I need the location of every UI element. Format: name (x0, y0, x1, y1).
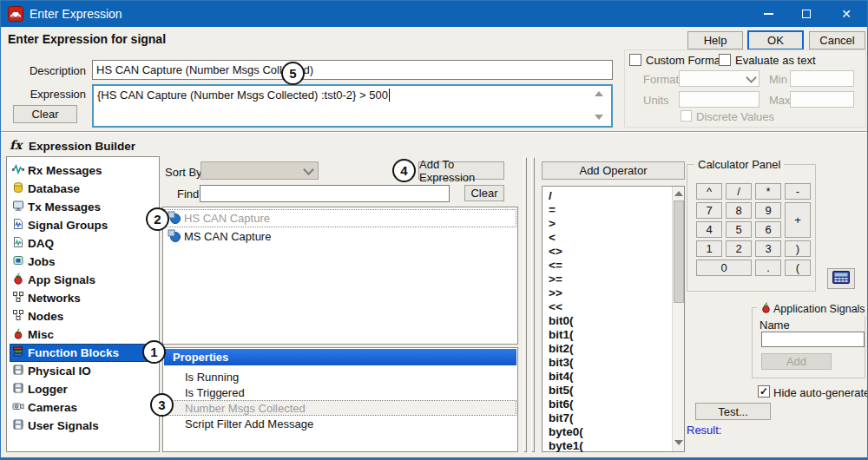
sidebar-item-physical-io[interactable]: Physical IO (10, 362, 94, 380)
operator-item[interactable]: << (549, 300, 562, 313)
calc-key[interactable]: + (785, 202, 811, 238)
sidebar-item-jobs[interactable]: Jobs (10, 253, 58, 271)
list-item-ms-can-capture[interactable]: MS CAN Capture (164, 227, 516, 246)
calc-key[interactable]: * (755, 183, 781, 200)
operator-item[interactable]: bit1( (549, 328, 574, 341)
sidebar-item-daq[interactable]: DAQ (10, 234, 56, 253)
property-row-number-msgs-collected[interactable]: Number Msgs Collected (164, 400, 516, 416)
sidebar-item-networks[interactable]: Networks (10, 289, 83, 307)
hide-auto-generated-checkbox[interactable]: ✓ (758, 385, 770, 398)
operator-item[interactable]: bit0( (549, 314, 574, 327)
operator-item[interactable]: bit6( (549, 398, 574, 411)
calc-key[interactable]: 2 (726, 240, 752, 257)
evaluate-as-text-label: Evaluate as text (735, 54, 816, 67)
ok-button[interactable]: OK (747, 30, 804, 50)
calculator-button[interactable] (827, 268, 855, 289)
close-button[interactable]: ✕ (825, 1, 867, 27)
test-button[interactable]: Test... (695, 403, 771, 420)
calc-key[interactable]: - (785, 183, 811, 200)
checkmark-icon: ✓ (760, 386, 768, 397)
name-label: Name (760, 319, 790, 332)
category-list: Rx Messages Database Tx Messages Signal … (6, 156, 160, 452)
calc-key[interactable]: 5 (726, 221, 752, 238)
sidebar-item-database[interactable]: Database (10, 180, 82, 198)
calc-key[interactable]: 9 (755, 202, 781, 219)
sidebar-item-cameras[interactable]: Cameras (10, 398, 80, 417)
signal-groups-icon (12, 218, 24, 233)
clear-expression-button[interactable]: Clear (13, 105, 77, 123)
expression-scroll-down-icon[interactable] (595, 115, 603, 120)
find-clear-button[interactable]: Clear (464, 185, 504, 201)
list-item-hs-can-capture[interactable]: HS CAN Capture (164, 209, 516, 227)
calc-key[interactable]: 6 (755, 221, 781, 238)
add-to-expression-button[interactable]: Add To Expression (418, 161, 504, 180)
calc-key[interactable]: 3 (755, 240, 781, 257)
result-label: Result: (687, 424, 721, 437)
operator-item[interactable]: <= (549, 259, 562, 272)
operator-item[interactable]: bit2( (549, 342, 574, 355)
calc-key[interactable]: ( (785, 260, 811, 276)
scroll-down-icon[interactable] (674, 440, 683, 445)
operator-scrollbar[interactable] (672, 187, 684, 451)
name-input[interactable] (761, 332, 865, 347)
calc-key[interactable]: 7 (696, 202, 722, 219)
calc-key[interactable]: / (726, 183, 752, 200)
operator-item[interactable]: <> (549, 245, 562, 258)
operator-item[interactable]: bit3( (549, 356, 574, 369)
description-field[interactable]: HS CAN Capture (Number Msgs Collected) (92, 60, 613, 80)
scrollbar-thumb[interactable] (674, 200, 684, 303)
operator-item[interactable]: = (549, 203, 556, 216)
calc-key[interactable]: 1 (696, 240, 722, 257)
max-field[interactable] (790, 91, 854, 108)
sidebar-item-misc[interactable]: Misc (10, 325, 56, 344)
calc-key[interactable]: ^ (696, 183, 722, 200)
operator-item[interactable]: bit7( (549, 411, 574, 424)
calc-key[interactable]: ) (785, 240, 811, 257)
operator-item[interactable]: bit4( (549, 370, 574, 383)
operator-item[interactable]: >= (549, 273, 562, 286)
scroll-up-icon[interactable] (674, 191, 683, 196)
help-button[interactable]: Help (687, 31, 743, 49)
sidebar-item-function-blocks[interactable]: Function Blocks (10, 344, 151, 362)
operator-item[interactable]: >> (549, 286, 562, 299)
maximize-button[interactable] (787, 1, 825, 27)
calc-key[interactable]: . (755, 260, 781, 276)
sidebar-item-signal-groups[interactable]: Signal Groups (10, 216, 110, 234)
window-title: Enter Expression (30, 7, 122, 21)
sidebar-item-logger[interactable]: Logger (10, 380, 70, 398)
evaluate-as-text-checkbox[interactable] (719, 54, 731, 66)
sidebar-item-tx-messages[interactable]: Tx Messages (10, 198, 103, 216)
calc-key[interactable]: 0 (696, 260, 752, 276)
minimize-button[interactable] (749, 1, 787, 27)
sidebar-item-app-signals[interactable]: App Signals (10, 271, 98, 289)
operator-item[interactable]: / (549, 189, 552, 202)
splitter-handle[interactable] (531, 157, 535, 452)
operator-item[interactable]: bit5( (549, 384, 574, 397)
sidebar-item-user-signals[interactable]: User Signals (10, 417, 102, 435)
expression-field[interactable]: {HS CAN Capture (Number Msgs Collected) … (92, 84, 613, 128)
property-row-is-running[interactable]: Is Running (164, 369, 516, 384)
cancel-button[interactable]: Cancel (809, 31, 865, 49)
custom-format-checkbox[interactable] (629, 54, 641, 66)
operator-item[interactable]: < (549, 231, 556, 244)
operator-item[interactable]: > (549, 217, 556, 230)
min-field[interactable] (790, 70, 854, 87)
property-row-script-filter-add-message[interactable]: Script Filter Add Message (164, 416, 516, 431)
add-operator-button[interactable]: Add Operator (542, 161, 685, 180)
sort-by-dropdown[interactable] (201, 161, 319, 180)
calc-key[interactable]: 4 (696, 221, 722, 238)
property-row-is-triggered[interactable]: Is Triggered (164, 384, 516, 400)
expression-scroll-up-icon[interactable] (595, 91, 603, 96)
sidebar-item-nodes[interactable]: Nodes (10, 307, 66, 325)
units-field[interactable] (679, 91, 760, 108)
splitter-handle[interactable] (523, 157, 527, 452)
calc-key[interactable]: 8 (726, 202, 752, 219)
find-input[interactable] (200, 185, 450, 202)
annotation-4: 4 (392, 159, 416, 182)
format-dropdown[interactable] (679, 70, 760, 87)
operator-item[interactable]: byte1( (549, 439, 583, 452)
operator-item[interactable]: byte0( (549, 425, 583, 438)
add-button[interactable]: Add (761, 353, 832, 370)
sidebar-item-rx-messages[interactable]: Rx Messages (10, 161, 105, 180)
discrete-values-checkbox[interactable] (681, 110, 692, 122)
